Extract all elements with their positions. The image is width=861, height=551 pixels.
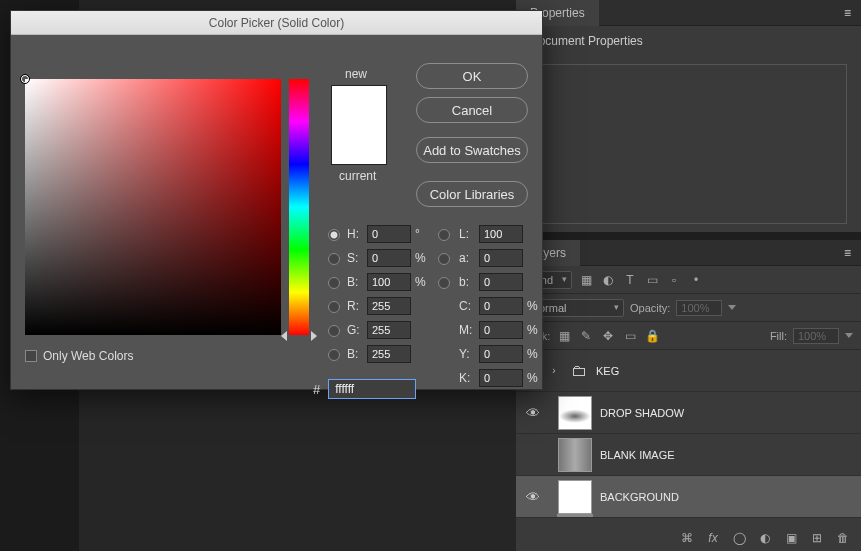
filter-shape-icon[interactable]: ▭ [644,272,660,288]
panel-menu-icon[interactable]: ≡ [834,0,861,26]
opacity-dropdown-icon[interactable] [728,305,736,310]
label-h: H: [347,227,363,241]
hex-input[interactable] [328,379,416,399]
new-adjustment-icon[interactable]: ◐ [757,530,773,546]
new-color-label: new [345,67,367,81]
new-group-icon[interactable]: ▣ [783,530,799,546]
label-a: a: [459,251,475,265]
radio-h[interactable] [328,229,340,241]
hex-label: # [313,382,320,397]
input-l[interactable] [479,225,523,243]
delete-layer-icon[interactable]: 🗑 [835,530,851,546]
new-color-swatch[interactable] [332,86,386,125]
radio-s[interactable] [328,253,340,265]
input-s[interactable] [367,249,411,267]
new-layer-icon[interactable]: ⊞ [809,530,825,546]
layer-row-background[interactable]: 👁 BACKGROUND [516,476,861,518]
add-to-swatches-button[interactable]: Add to Swatches [416,137,528,163]
input-k[interactable] [479,369,523,387]
radio-b[interactable] [438,277,450,289]
input-c[interactable] [479,297,523,315]
layer-thumbnail[interactable] [558,480,592,514]
unit-y: % [527,347,541,361]
layers-list: 👁 › 🗀 KEG 👁 DROP SHADOW BLANK IMAGE 👁 BA… [516,350,861,525]
group-disclosure-icon[interactable]: › [550,365,562,376]
label-r: R: [347,299,363,313]
only-web-colors-label: Only Web Colors [43,349,133,363]
layers-footer: ⌘ fx ◯ ◐ ▣ ⊞ 🗑 [516,525,861,551]
filter-dot-icon[interactable]: • [688,272,704,288]
radio-l[interactable] [438,229,450,241]
folder-icon: 🗀 [570,362,588,380]
satval-marker-icon [20,74,30,84]
label-b: b: [459,275,475,289]
layers-panel-tabs: Layers ≡ [516,240,861,266]
visibility-toggle[interactable]: 👁 [516,489,550,505]
layers-filter-row: Kind ▦ ◐ T ▭ ▫ • [516,266,861,294]
fill-input[interactable]: 100% [793,328,839,344]
current-color-swatch[interactable] [332,125,386,164]
current-color-label: current [339,169,376,183]
layer-thumbnail[interactable] [558,396,592,430]
radio-g[interactable] [328,325,340,337]
only-web-colors-checkbox[interactable] [25,350,37,362]
color-swatch [331,85,387,165]
visibility-toggle[interactable]: 👁 [516,405,550,421]
layers-blend-row: Normal Opacity: 100% [516,294,861,322]
properties-panel-tabs: Properties ≡ [516,0,861,26]
input-bb[interactable] [367,345,411,363]
filter-type-icon[interactable]: T [622,272,638,288]
lock-all-icon[interactable]: 🔒 [644,328,660,344]
cancel-button[interactable]: Cancel [416,97,528,123]
hue-slider[interactable] [289,79,309,335]
input-r[interactable] [367,297,411,315]
properties-heading: Document Properties [516,26,861,56]
lock-paint-icon[interactable]: ✎ [578,328,594,344]
radio-r[interactable] [328,301,340,313]
label-s: S: [347,251,363,265]
layer-thumbnail[interactable] [558,438,592,472]
layer-name[interactable]: BLANK IMAGE [600,449,675,461]
add-mask-icon[interactable]: ◯ [731,530,747,546]
input-b[interactable] [479,273,523,291]
radio-a[interactable] [438,253,450,265]
unit-m: % [527,323,541,337]
input-m[interactable] [479,321,523,339]
opacity-input[interactable]: 100% [676,300,722,316]
radio-bb[interactable] [328,349,340,361]
unit-bv: % [415,275,429,289]
layer-fx-icon[interactable]: fx [705,530,721,546]
layer-row-blank-image[interactable]: BLANK IMAGE [516,434,861,476]
dialog-title[interactable]: Color Picker (Solid Color) [11,11,542,35]
input-h[interactable] [367,225,411,243]
unit-h: ° [415,227,429,241]
layer-row-keg[interactable]: 👁 › 🗀 KEG [516,350,861,392]
layer-name[interactable]: BACKGROUND [600,491,679,503]
ok-button[interactable]: OK [416,63,528,89]
radio-bv[interactable] [328,277,340,289]
lock-transparent-icon[interactable]: ▦ [556,328,572,344]
layers-panel-menu-icon[interactable]: ≡ [834,240,861,266]
filter-image-icon[interactable]: ▦ [578,272,594,288]
input-y[interactable] [479,345,523,363]
fill-dropdown-icon[interactable] [845,333,853,338]
layer-name[interactable]: KEG [596,365,619,377]
filter-adjust-icon[interactable]: ◐ [600,272,616,288]
label-y: Y: [459,347,475,361]
lock-artboard-icon[interactable]: ▭ [622,328,638,344]
input-g[interactable] [367,321,411,339]
opacity-label: Opacity: [630,302,670,314]
color-libraries-button[interactable]: Color Libraries [416,181,528,207]
layer-name[interactable]: DROP SHADOW [600,407,684,419]
input-bv[interactable] [367,273,411,291]
saturation-value-field[interactable] [25,79,281,335]
layers-lock-row: Lock: ▦ ✎ ✥ ▭ 🔒 Fill: 100% [516,322,861,350]
unit-k: % [527,371,541,385]
link-layers-icon[interactable]: ⌘ [679,530,695,546]
layer-row-drop-shadow[interactable]: 👁 DROP SHADOW [516,392,861,434]
lock-move-icon[interactable]: ✥ [600,328,616,344]
filter-smart-icon[interactable]: ▫ [666,272,682,288]
properties-content [530,64,847,224]
label-c: C: [459,299,475,313]
input-a[interactable] [479,249,523,267]
